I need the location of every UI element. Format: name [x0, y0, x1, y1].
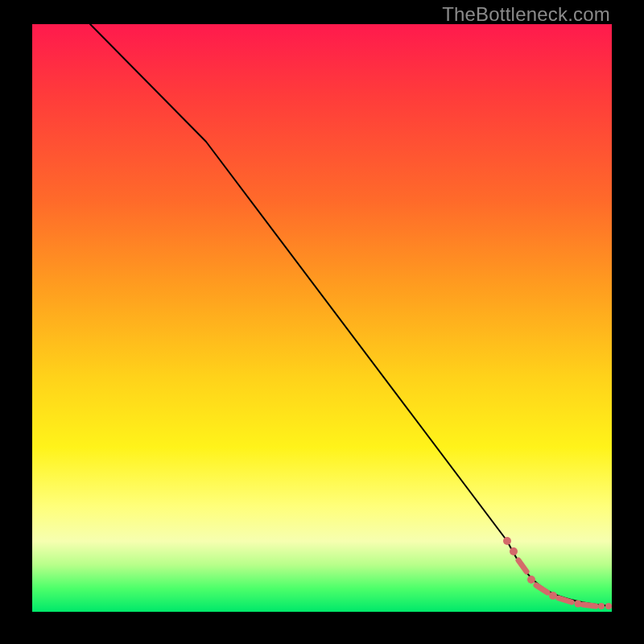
- curve-line: [90, 24, 612, 606]
- marker-dot: [510, 547, 518, 555]
- tail-markers-group: [503, 537, 612, 609]
- chart-svg: [32, 24, 612, 612]
- marker-dash: [583, 605, 596, 606]
- marker-dash: [536, 585, 547, 592]
- marker-dot: [503, 537, 511, 545]
- chart-frame: TheBottleneck.com: [0, 0, 644, 644]
- marker-dot: [549, 592, 557, 600]
- marker-dash: [559, 598, 572, 602]
- marker-dot: [598, 603, 605, 609]
- plot-area: [32, 24, 612, 612]
- marker-dot: [527, 576, 535, 584]
- watermark-text: TheBottleneck.com: [442, 3, 610, 26]
- marker-dot: [605, 603, 612, 609]
- marker-dash: [518, 560, 526, 572]
